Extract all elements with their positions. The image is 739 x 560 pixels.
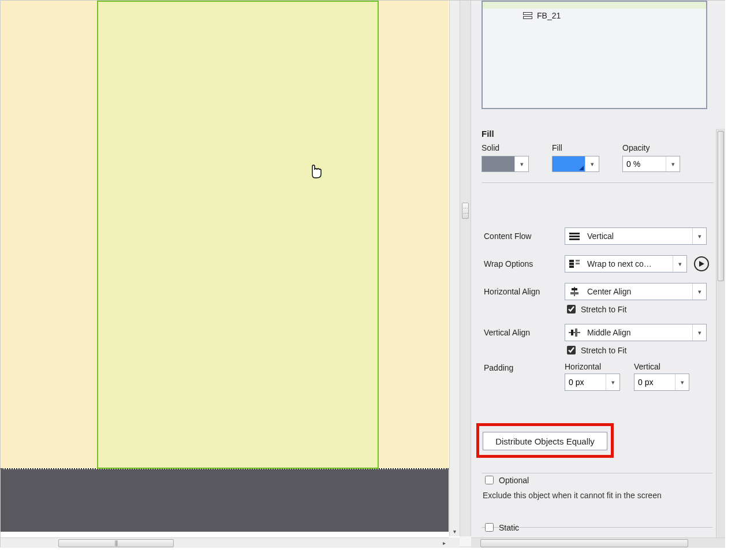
fill-color-dropdown[interactable]	[552, 156, 599, 172]
svg-rect-8	[576, 260, 580, 262]
padding-horizontal-label: Horizontal	[565, 362, 620, 371]
content-flow-value: Vertical	[584, 232, 692, 241]
chevron-down-icon	[692, 324, 706, 341]
canvas-area: ▾ ▸	[1, 1, 460, 548]
optional-label: Optional	[499, 476, 529, 485]
content-flow-label: Content Flow	[484, 232, 560, 241]
chevron-down-icon	[673, 256, 686, 272]
section-divider	[482, 473, 712, 473]
valign-stretch-checkbox[interactable]: Stretch to Fit	[565, 344, 712, 356]
wrap-options-label: Wrap Options	[484, 259, 560, 268]
svg-rect-0	[524, 13, 532, 15]
svg-rect-3	[569, 236, 580, 237]
wrap-icon	[565, 260, 584, 268]
distribute-objects-label: Distribute Objects Equally	[495, 436, 595, 446]
svg-rect-4	[569, 238, 580, 240]
opacity-dropdown[interactable]: 0 %	[622, 156, 680, 172]
chevron-down-icon	[692, 228, 706, 244]
svg-rect-2	[569, 233, 580, 234]
flexbox-icon	[523, 12, 532, 19]
wrap-play-button[interactable]	[694, 256, 709, 271]
padding-vertical-value: 0 px	[635, 378, 675, 387]
selected-flexbox-object[interactable]	[97, 1, 379, 469]
padding-horizontal-input[interactable]: 0 px	[565, 374, 620, 391]
optional-input[interactable]	[485, 476, 494, 484]
svg-rect-6	[569, 263, 574, 265]
scroll-right-button[interactable]: ▸	[439, 538, 449, 548]
halign-stretch-label: Stretch to Fit	[581, 305, 626, 314]
optional-checkbox[interactable]: Optional	[483, 474, 712, 486]
fill-label: Fill	[552, 143, 599, 152]
properties-horizontal-scrollbar[interactable]	[471, 537, 725, 548]
chevron-down-icon	[666, 156, 680, 171]
content-flow-dropdown[interactable]: Vertical	[565, 227, 707, 245]
tree-row-selected[interactable]	[483, 2, 706, 9]
static-label: Static	[499, 523, 519, 532]
fill-section-title: Fill	[482, 129, 714, 139]
wrap-options-dropdown[interactable]: Wrap to next co…	[565, 255, 687, 272]
canvas-horizontal-scrollbar[interactable]: ▸	[1, 537, 449, 548]
chevron-down-icon	[606, 374, 619, 390]
vertical-flow-icon	[565, 232, 584, 240]
tree-item-label: FB_21	[537, 11, 561, 20]
section-divider	[482, 182, 714, 183]
valign-stretch-input[interactable]	[567, 346, 576, 354]
tree-item-fb21[interactable]: FB_21	[523, 11, 561, 20]
middle-align-icon	[565, 328, 584, 337]
vertical-align-label: Vertical Align	[484, 328, 560, 337]
solid-swatch	[482, 156, 514, 171]
svg-rect-12	[572, 288, 577, 290]
scroll-thumb[interactable]	[718, 131, 724, 281]
svg-marker-10	[699, 261, 704, 267]
opacity-value: 0 %	[623, 159, 666, 169]
solid-style-dropdown[interactable]	[482, 156, 529, 172]
fill-swatch	[553, 156, 585, 171]
properties-panel: FB_21 Fill Solid Fill	[471, 1, 725, 548]
horizontal-align-label: Horizontal Align	[484, 287, 560, 296]
canvas-overflow-area	[1, 469, 449, 532]
svg-rect-7	[569, 266, 574, 268]
optional-hint: Exclude this object when it cannot fit i…	[483, 491, 712, 500]
center-align-icon	[565, 287, 584, 296]
svg-rect-15	[571, 330, 573, 335]
svg-rect-9	[576, 263, 580, 264]
svg-rect-13	[570, 292, 578, 294]
solid-label: Solid	[482, 143, 529, 152]
vertical-align-value: Middle Align	[584, 328, 692, 337]
design-canvas[interactable]	[1, 1, 449, 537]
padding-vertical-label: Vertical	[634, 362, 689, 371]
chevron-down-icon	[675, 374, 689, 390]
canvas-vertical-scrollbar[interactable]: ▾	[449, 1, 460, 536]
distribute-objects-button[interactable]: Distribute Objects Equally	[483, 432, 607, 450]
opacity-label: Opacity	[622, 143, 680, 152]
padding-horizontal-value: 0 px	[565, 378, 606, 387]
panel-splitter[interactable]: ⋮⋮	[460, 1, 471, 536]
horizontal-align-dropdown[interactable]: Center Align	[565, 283, 707, 300]
splitter-grip-icon[interactable]: ⋮⋮	[462, 203, 469, 219]
horizontal-align-value: Center Align	[584, 287, 692, 296]
static-checkbox[interactable]: Static	[483, 521, 712, 533]
svg-rect-5	[569, 260, 574, 262]
chevron-down-icon	[692, 283, 706, 300]
halign-stretch-input[interactable]	[567, 305, 576, 313]
properties-vertical-scrollbar[interactable]	[716, 129, 725, 537]
scroll-thumb[interactable]	[480, 539, 688, 547]
scroll-thumb[interactable]	[58, 539, 174, 547]
halign-stretch-checkbox[interactable]: Stretch to Fit	[565, 303, 712, 315]
padding-vertical-input[interactable]: 0 px	[634, 374, 689, 391]
static-input[interactable]	[485, 523, 494, 532]
svg-rect-1	[524, 17, 532, 19]
scroll-corner	[449, 537, 460, 548]
scroll-down-button[interactable]: ▾	[450, 526, 460, 536]
object-tree[interactable]: FB_21	[482, 1, 707, 109]
vertical-align-dropdown[interactable]: Middle Align	[565, 324, 707, 341]
chevron-down-icon	[514, 156, 528, 171]
padding-label: Padding	[484, 360, 560, 372]
svg-rect-16	[575, 328, 577, 337]
wrap-options-value: Wrap to next co…	[584, 259, 673, 268]
chevron-down-icon	[585, 156, 599, 171]
valign-stretch-label: Stretch to Fit	[581, 346, 626, 355]
